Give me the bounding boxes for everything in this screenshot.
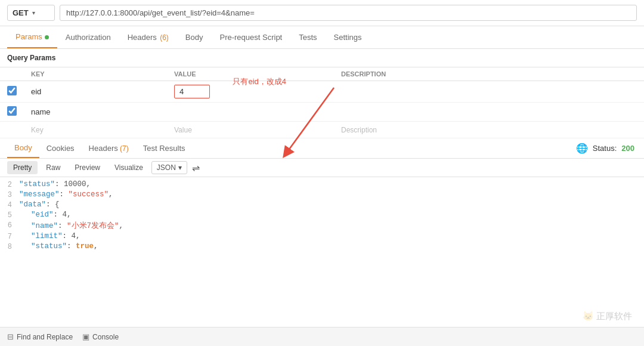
raw-button[interactable]: Raw <box>40 161 66 174</box>
pretty-button[interactable]: Pretty <box>7 161 38 174</box>
row1-key: eid <box>24 81 167 103</box>
placeholder-key: Key <box>31 126 44 134</box>
tab-body-response[interactable]: Body <box>7 138 39 158</box>
tab-params[interactable]: Params <box>7 26 57 48</box>
row1-value[interactable]: 4 <box>174 85 210 98</box>
method-select[interactable]: GET ▾ <box>7 5 55 21</box>
body-tabs: Body Cookies Headers (7) Test Results <box>7 138 193 158</box>
annotation-arrow <box>250 82 370 189</box>
svg-line-0 <box>286 88 334 153</box>
wrap-icon[interactable]: ⇌ <box>192 162 200 174</box>
tab-test-results[interactable]: Test Results <box>136 139 193 157</box>
url-bar: GET ▾ <box>0 0 644 26</box>
top-tabs-row: Params Authorization Headers (6) Body Pr… <box>0 26 644 49</box>
tab-headers[interactable]: Headers (6) <box>119 27 177 48</box>
visualize-button[interactable]: Visualize <box>109 161 149 174</box>
url-input[interactable] <box>60 5 637 21</box>
tab-authorization[interactable]: Authorization <box>57 27 119 48</box>
chevron-down-icon: ▾ <box>32 10 35 16</box>
col-description: DESCRIPTION <box>334 67 644 81</box>
col-key: KEY <box>24 67 167 81</box>
tab-prerequest[interactable]: Pre-request Script <box>211 27 290 48</box>
console-icon: ▣ <box>82 332 89 341</box>
tab-body-top[interactable]: Body <box>177 27 212 48</box>
code-line-8: 8 "status": true, <box>0 242 644 252</box>
code-line-7: 7 "limit": 4, <box>0 231 644 242</box>
params-dot <box>45 35 49 39</box>
code-line-5: 5 "eid": 4, <box>0 210 644 220</box>
query-params-title: Query Params <box>0 49 644 67</box>
globe-icon[interactable]: 🌐 <box>576 143 588 154</box>
find-replace-button[interactable]: ⊟ Find and Replace <box>7 332 73 341</box>
row1-desc <box>334 81 644 103</box>
tab-cookies[interactable]: Cookies <box>39 139 82 157</box>
bottom-bar: ⊟ Find and Replace ▣ Console 🐱 正厚软件 <box>0 327 644 346</box>
tab-response-headers[interactable]: Headers (7) <box>82 139 136 157</box>
watermark: 🐱 正厚软件 <box>583 311 632 322</box>
code-line-3: 3 "message": "success", <box>0 190 644 200</box>
placeholder-value: Value <box>174 126 192 134</box>
format-select[interactable]: JSON ▾ <box>151 161 187 174</box>
console-button[interactable]: ▣ Console <box>82 332 119 341</box>
row2-key: name <box>24 103 167 122</box>
status-value: 200 <box>621 144 634 153</box>
code-area[interactable]: 2 "status": 10000, 3 "message": "success… <box>0 177 644 327</box>
method-label: GET <box>13 8 29 17</box>
row1-checkbox[interactable] <box>7 86 17 95</box>
code-line-4: 4 "data": { <box>0 200 644 210</box>
chevron-format-icon: ▾ <box>178 163 182 172</box>
find-replace-icon: ⊟ <box>7 332 14 341</box>
tab-settings[interactable]: Settings <box>326 27 370 48</box>
code-line-6: 6 "name": "小米7发布会", <box>0 220 644 231</box>
row2-desc <box>334 103 644 122</box>
tab-tests[interactable]: Tests <box>290 27 325 48</box>
preview-button[interactable]: Preview <box>69 161 106 174</box>
body-status: 🌐 Status: 200 <box>576 143 637 154</box>
row2-checkbox[interactable] <box>7 106 17 116</box>
